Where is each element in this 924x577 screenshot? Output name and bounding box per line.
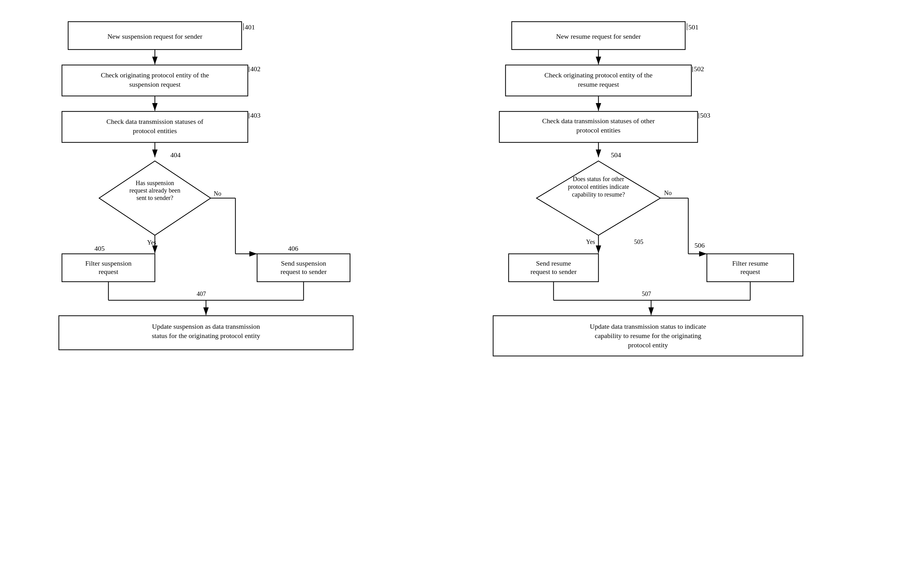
diagram-container: New suspension request for sender 401 Ch… [0, 0, 924, 577]
num-405: 405 [94, 245, 105, 252]
num-504: 504 [611, 151, 621, 159]
label-502-2: resume request [578, 81, 619, 88]
label-402-2: suspension request [129, 81, 181, 88]
num-501: 501 [688, 23, 698, 31]
label-501: New resume request for sender [556, 32, 641, 40]
label-403-1: Check data transmission statuses of [107, 118, 204, 126]
label-502-1: Check originating protocol entity of the [544, 71, 653, 79]
label-404-2: request already been [129, 187, 180, 194]
label-506-1: Filter resume [732, 259, 768, 267]
label-405-2: request [99, 268, 118, 276]
no-label-504: No [664, 189, 672, 196]
right-arrows-svg: New resume request for sender 501 Check … [462, 12, 906, 565]
label-504-1: Does status for other [572, 176, 624, 182]
label-402-1: Check originating protocol entity of the [101, 71, 209, 79]
label-404-3: sent to sender? [137, 194, 173, 201]
label-503-1: Check data transmission statuses of othe… [542, 117, 655, 125]
num-407-label: 407 [197, 290, 206, 297]
label-507-1: Update data transmission status to indic… [590, 322, 706, 330]
num-507-label: 507 [642, 290, 651, 297]
num-404: 404 [170, 151, 181, 159]
label-507-3: protocol entity [628, 341, 668, 349]
no-label-404: No [214, 190, 221, 197]
num-401: 401 [245, 23, 255, 31]
left-arrows-svg: New suspension request for sender 401 Ch… [19, 12, 462, 565]
label-505-1: Send resume [536, 259, 571, 267]
yes-label-504: Yes [586, 239, 595, 245]
label-507-2: capability to resume for the originating [595, 332, 701, 340]
num-403: 403 [250, 111, 260, 119]
diamond-504 [536, 161, 661, 235]
label-401: New suspension request for sender [108, 32, 203, 40]
label-406-1: Send suspension [281, 259, 326, 267]
num-406: 406 [288, 245, 298, 252]
label-505-2: request to sender [530, 268, 577, 276]
num-505-label: 505 [634, 239, 643, 245]
num-506-label: 506 [695, 242, 705, 249]
left-flowchart: New suspension request for sender 401 Ch… [19, 12, 462, 565]
label-407-2: status for the originating protocol enti… [152, 332, 260, 340]
label-407-1: Update suspension as data transmission [152, 322, 260, 330]
label-405-1: Filter suspension [85, 259, 132, 267]
label-503-2: protocol entities [576, 126, 620, 134]
label-404-1: Has suspension [136, 179, 174, 187]
label-504-3: capability to resume? [572, 191, 625, 198]
num-503: 503 [700, 111, 710, 119]
right-flowchart: New resume request for sender 501 Check … [462, 12, 906, 565]
label-506-2: request [740, 268, 760, 276]
label-504-2: protocol entities indicate [568, 183, 629, 190]
label-403-2: protocol entities [133, 127, 177, 135]
num-502: 502 [694, 65, 704, 73]
num-402: 402 [250, 65, 260, 73]
label-406-2: request to sender [280, 268, 327, 276]
